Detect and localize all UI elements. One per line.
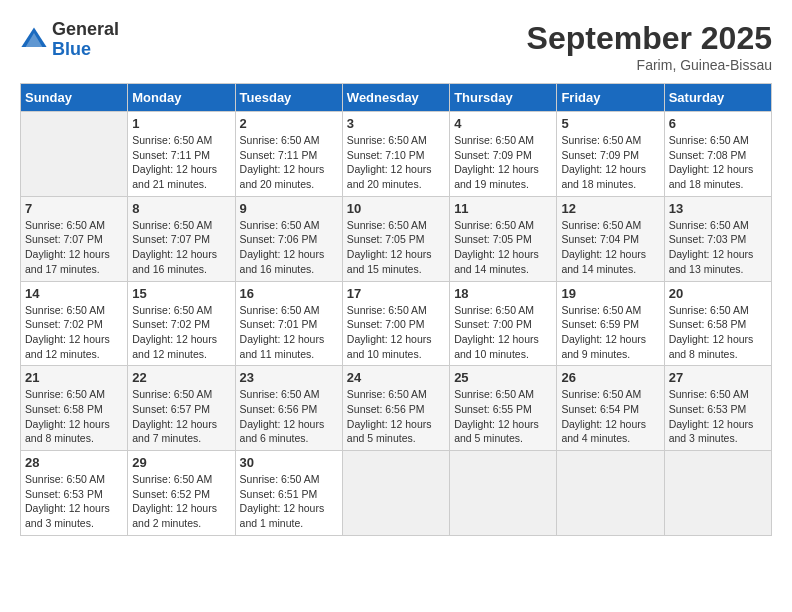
day-cell: 18Sunrise: 6:50 AM Sunset: 7:00 PM Dayli… — [450, 281, 557, 366]
month-title: September 2025 — [527, 20, 772, 57]
day-info: Sunrise: 6:50 AM Sunset: 6:55 PM Dayligh… — [454, 387, 552, 446]
day-cell — [21, 112, 128, 197]
day-number: 6 — [669, 116, 767, 131]
day-cell: 2Sunrise: 6:50 AM Sunset: 7:11 PM Daylig… — [235, 112, 342, 197]
day-cell: 1Sunrise: 6:50 AM Sunset: 7:11 PM Daylig… — [128, 112, 235, 197]
day-info: Sunrise: 6:50 AM Sunset: 7:05 PM Dayligh… — [454, 218, 552, 277]
day-cell: 4Sunrise: 6:50 AM Sunset: 7:09 PM Daylig… — [450, 112, 557, 197]
week-row-3: 21Sunrise: 6:50 AM Sunset: 6:58 PM Dayli… — [21, 366, 772, 451]
day-info: Sunrise: 6:50 AM Sunset: 7:11 PM Dayligh… — [240, 133, 338, 192]
logo-text: General Blue — [52, 20, 119, 60]
header-row: SundayMondayTuesdayWednesdayThursdayFrid… — [21, 84, 772, 112]
day-info: Sunrise: 6:50 AM Sunset: 6:53 PM Dayligh… — [25, 472, 123, 531]
day-cell: 11Sunrise: 6:50 AM Sunset: 7:05 PM Dayli… — [450, 196, 557, 281]
day-info: Sunrise: 6:50 AM Sunset: 6:58 PM Dayligh… — [669, 303, 767, 362]
day-number: 9 — [240, 201, 338, 216]
day-info: Sunrise: 6:50 AM Sunset: 7:05 PM Dayligh… — [347, 218, 445, 277]
day-number: 25 — [454, 370, 552, 385]
day-cell: 6Sunrise: 6:50 AM Sunset: 7:08 PM Daylig… — [664, 112, 771, 197]
header-tuesday: Tuesday — [235, 84, 342, 112]
day-info: Sunrise: 6:50 AM Sunset: 7:02 PM Dayligh… — [25, 303, 123, 362]
day-info: Sunrise: 6:50 AM Sunset: 6:56 PM Dayligh… — [240, 387, 338, 446]
day-cell: 13Sunrise: 6:50 AM Sunset: 7:03 PM Dayli… — [664, 196, 771, 281]
day-number: 20 — [669, 286, 767, 301]
calendar-table: SundayMondayTuesdayWednesdayThursdayFrid… — [20, 83, 772, 536]
day-number: 10 — [347, 201, 445, 216]
day-info: Sunrise: 6:50 AM Sunset: 6:57 PM Dayligh… — [132, 387, 230, 446]
day-info: Sunrise: 6:50 AM Sunset: 7:00 PM Dayligh… — [454, 303, 552, 362]
day-cell: 21Sunrise: 6:50 AM Sunset: 6:58 PM Dayli… — [21, 366, 128, 451]
day-cell: 26Sunrise: 6:50 AM Sunset: 6:54 PM Dayli… — [557, 366, 664, 451]
day-number: 14 — [25, 286, 123, 301]
day-info: Sunrise: 6:50 AM Sunset: 7:10 PM Dayligh… — [347, 133, 445, 192]
day-number: 30 — [240, 455, 338, 470]
day-cell: 30Sunrise: 6:50 AM Sunset: 6:51 PM Dayli… — [235, 451, 342, 536]
day-number: 23 — [240, 370, 338, 385]
day-info: Sunrise: 6:50 AM Sunset: 6:56 PM Dayligh… — [347, 387, 445, 446]
day-number: 18 — [454, 286, 552, 301]
day-info: Sunrise: 6:50 AM Sunset: 7:09 PM Dayligh… — [561, 133, 659, 192]
header-saturday: Saturday — [664, 84, 771, 112]
day-info: Sunrise: 6:50 AM Sunset: 6:59 PM Dayligh… — [561, 303, 659, 362]
header-monday: Monday — [128, 84, 235, 112]
day-info: Sunrise: 6:50 AM Sunset: 7:01 PM Dayligh… — [240, 303, 338, 362]
day-number: 19 — [561, 286, 659, 301]
day-info: Sunrise: 6:50 AM Sunset: 6:53 PM Dayligh… — [669, 387, 767, 446]
day-cell: 9Sunrise: 6:50 AM Sunset: 7:06 PM Daylig… — [235, 196, 342, 281]
day-info: Sunrise: 6:50 AM Sunset: 7:06 PM Dayligh… — [240, 218, 338, 277]
day-number: 7 — [25, 201, 123, 216]
day-cell: 16Sunrise: 6:50 AM Sunset: 7:01 PM Dayli… — [235, 281, 342, 366]
week-row-1: 7Sunrise: 6:50 AM Sunset: 7:07 PM Daylig… — [21, 196, 772, 281]
location: Farim, Guinea-Bissau — [527, 57, 772, 73]
day-info: Sunrise: 6:50 AM Sunset: 6:51 PM Dayligh… — [240, 472, 338, 531]
day-info: Sunrise: 6:50 AM Sunset: 7:02 PM Dayligh… — [132, 303, 230, 362]
day-info: Sunrise: 6:50 AM Sunset: 7:11 PM Dayligh… — [132, 133, 230, 192]
day-info: Sunrise: 6:50 AM Sunset: 7:07 PM Dayligh… — [132, 218, 230, 277]
calendar-header: SundayMondayTuesdayWednesdayThursdayFrid… — [21, 84, 772, 112]
day-number: 24 — [347, 370, 445, 385]
day-number: 21 — [25, 370, 123, 385]
day-cell: 27Sunrise: 6:50 AM Sunset: 6:53 PM Dayli… — [664, 366, 771, 451]
logo: General Blue — [20, 20, 119, 60]
day-cell: 29Sunrise: 6:50 AM Sunset: 6:52 PM Dayli… — [128, 451, 235, 536]
header-sunday: Sunday — [21, 84, 128, 112]
day-number: 22 — [132, 370, 230, 385]
day-number: 17 — [347, 286, 445, 301]
day-cell: 23Sunrise: 6:50 AM Sunset: 6:56 PM Dayli… — [235, 366, 342, 451]
day-info: Sunrise: 6:50 AM Sunset: 6:54 PM Dayligh… — [561, 387, 659, 446]
day-cell — [342, 451, 449, 536]
day-number: 28 — [25, 455, 123, 470]
day-info: Sunrise: 6:50 AM Sunset: 6:52 PM Dayligh… — [132, 472, 230, 531]
day-info: Sunrise: 6:50 AM Sunset: 7:04 PM Dayligh… — [561, 218, 659, 277]
week-row-2: 14Sunrise: 6:50 AM Sunset: 7:02 PM Dayli… — [21, 281, 772, 366]
day-cell: 8Sunrise: 6:50 AM Sunset: 7:07 PM Daylig… — [128, 196, 235, 281]
day-number: 29 — [132, 455, 230, 470]
day-cell: 28Sunrise: 6:50 AM Sunset: 6:53 PM Dayli… — [21, 451, 128, 536]
header-thursday: Thursday — [450, 84, 557, 112]
day-number: 1 — [132, 116, 230, 131]
day-cell: 22Sunrise: 6:50 AM Sunset: 6:57 PM Dayli… — [128, 366, 235, 451]
day-cell: 25Sunrise: 6:50 AM Sunset: 6:55 PM Dayli… — [450, 366, 557, 451]
day-info: Sunrise: 6:50 AM Sunset: 7:03 PM Dayligh… — [669, 218, 767, 277]
day-number: 3 — [347, 116, 445, 131]
title-block: September 2025 Farim, Guinea-Bissau — [527, 20, 772, 73]
day-cell: 19Sunrise: 6:50 AM Sunset: 6:59 PM Dayli… — [557, 281, 664, 366]
page-header: General Blue September 2025 Farim, Guine… — [20, 20, 772, 73]
day-cell: 12Sunrise: 6:50 AM Sunset: 7:04 PM Dayli… — [557, 196, 664, 281]
day-cell: 20Sunrise: 6:50 AM Sunset: 6:58 PM Dayli… — [664, 281, 771, 366]
header-friday: Friday — [557, 84, 664, 112]
week-row-0: 1Sunrise: 6:50 AM Sunset: 7:11 PM Daylig… — [21, 112, 772, 197]
day-cell: 7Sunrise: 6:50 AM Sunset: 7:07 PM Daylig… — [21, 196, 128, 281]
day-number: 27 — [669, 370, 767, 385]
day-number: 5 — [561, 116, 659, 131]
week-row-4: 28Sunrise: 6:50 AM Sunset: 6:53 PM Dayli… — [21, 451, 772, 536]
day-cell: 14Sunrise: 6:50 AM Sunset: 7:02 PM Dayli… — [21, 281, 128, 366]
day-cell — [450, 451, 557, 536]
day-number: 12 — [561, 201, 659, 216]
day-info: Sunrise: 6:50 AM Sunset: 6:58 PM Dayligh… — [25, 387, 123, 446]
day-number: 15 — [132, 286, 230, 301]
day-info: Sunrise: 6:50 AM Sunset: 7:08 PM Dayligh… — [669, 133, 767, 192]
logo-general: General — [52, 20, 119, 40]
day-number: 4 — [454, 116, 552, 131]
day-cell: 24Sunrise: 6:50 AM Sunset: 6:56 PM Dayli… — [342, 366, 449, 451]
